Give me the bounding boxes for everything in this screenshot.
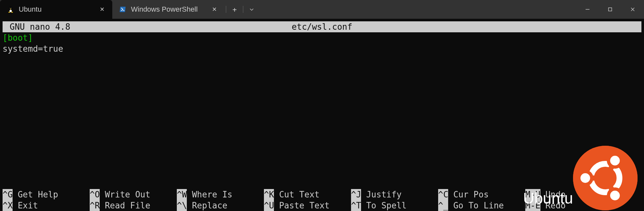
content-section: [boot] bbox=[3, 32, 641, 43]
tab-ubuntu[interactable]: Ubuntu ✕ bbox=[0, 0, 112, 19]
svg-point-6 bbox=[11, 8, 11, 8]
tab-powershell[interactable]: Windows PowerShell ✕ bbox=[112, 0, 225, 19]
shortcut-where-is: ^W Where Is bbox=[177, 189, 264, 200]
nano-content[interactable]: [boot] systemd=true bbox=[0, 32, 644, 54]
nano-shortcuts: ^G Get Help ^O Write Out ^W Where Is ^K … bbox=[3, 189, 641, 211]
svg-rect-19 bbox=[590, 175, 596, 181]
tabs-container: Ubuntu ✕ Windows PowerShell ✕ bbox=[0, 0, 225, 19]
new-tab-button[interactable]: + bbox=[227, 0, 242, 19]
tab-dropdown-button[interactable] bbox=[245, 0, 259, 19]
minimize-button[interactable] bbox=[576, 0, 599, 19]
tux-icon bbox=[7, 6, 14, 13]
divider bbox=[226, 6, 226, 13]
shortcut-read-file: ^R Read File bbox=[90, 200, 177, 211]
shortcut-exit: ^X Exit bbox=[3, 200, 90, 211]
tab-title: Windows PowerShell bbox=[131, 5, 205, 14]
shortcut-write-out: ^O Write Out bbox=[90, 189, 177, 200]
svg-rect-20 bbox=[608, 164, 615, 171]
svg-point-17 bbox=[609, 154, 621, 167]
svg-point-9 bbox=[11, 12, 13, 13]
shortcut-row: ^G Get Help ^O Write Out ^W Where Is ^K … bbox=[3, 189, 641, 200]
close-icon[interactable]: ✕ bbox=[97, 5, 106, 14]
svg-point-7 bbox=[10, 9, 11, 9]
shortcut-to-spell: ^T To Spell bbox=[351, 200, 438, 211]
shortcut-paste-text: ^U Paste Text bbox=[264, 200, 351, 211]
titlebar: Ubuntu ✕ Windows PowerShell ✕ + bbox=[0, 0, 644, 19]
svg-rect-11 bbox=[609, 8, 612, 11]
close-button[interactable] bbox=[621, 0, 644, 19]
shortcut-get-help: ^G Get Help bbox=[3, 189, 90, 200]
nano-header: GNU nano 4.8 etc/wsl.conf bbox=[3, 21, 641, 32]
svg-point-16 bbox=[579, 172, 592, 185]
shortcut-cur-pos: ^C Cur Pos bbox=[438, 189, 525, 200]
close-icon[interactable]: ✕ bbox=[210, 5, 219, 14]
powershell-icon bbox=[119, 6, 126, 13]
shortcut-undo: M-U Undo bbox=[525, 189, 590, 200]
shortcut-row: ^X Exit ^R Read File ^\ Replace ^U Paste… bbox=[3, 200, 641, 211]
minimize-icon bbox=[585, 7, 590, 12]
shortcut-go-to-line: ^_ Go To Line bbox=[438, 200, 525, 211]
divider bbox=[243, 6, 243, 13]
svg-point-8 bbox=[8, 12, 10, 13]
tab-title: Ubuntu bbox=[19, 5, 93, 14]
chevron-down-icon bbox=[249, 7, 254, 12]
shortcut-redo: M-E Redo bbox=[525, 200, 590, 211]
shortcut-justify: ^J Justify bbox=[351, 189, 438, 200]
nano-filename: etc/wsl.conf bbox=[292, 22, 352, 32]
maximize-button[interactable] bbox=[599, 0, 621, 19]
window-controls bbox=[576, 0, 644, 19]
shortcut-cut-text: ^K Cut Text bbox=[264, 189, 351, 200]
content-line: systemd=true bbox=[3, 43, 641, 54]
close-icon bbox=[630, 7, 635, 12]
nano-app-name: GNU nano 4.8 bbox=[5, 22, 70, 32]
svg-point-5 bbox=[10, 8, 10, 8]
shortcut-replace: ^\ Replace bbox=[177, 200, 264, 211]
svg-point-15 bbox=[591, 164, 619, 192]
terminal-area[interactable]: GNU nano 4.8 etc/wsl.conf [boot] systemd… bbox=[0, 21, 644, 211]
maximize-icon bbox=[608, 7, 612, 12]
svg-point-2 bbox=[9, 10, 12, 12]
